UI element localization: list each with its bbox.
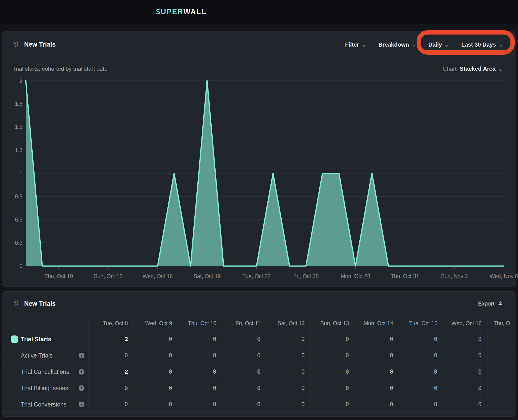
x-axis-tick-label: Wed, Oct 16 <box>143 273 173 279</box>
column-header-label: Sat, Oct 12 <box>278 320 305 327</box>
chart-type-dropdown[interactable]: Chart Stacked Area <box>443 66 503 72</box>
table-value: 0 <box>213 368 216 375</box>
column-header-label: Fri, Oct 11 <box>236 320 260 327</box>
column-header-label: Thu, O <box>494 320 510 327</box>
table-value-cell: 0 <box>311 380 355 396</box>
table-value: 0 <box>434 368 437 375</box>
breakdown-dropdown[interactable]: Breakdown <box>378 41 416 48</box>
stopwatch-icon <box>13 41 19 49</box>
panel-title-text: New Trials <box>24 300 56 308</box>
table-value-cell: 0 <box>89 347 133 364</box>
info-icon[interactable]: i <box>79 352 84 358</box>
table-column-header: Mon, Oct 14 <box>355 316 399 331</box>
table-value-cell: 0 <box>355 347 399 364</box>
table-value: 0 <box>390 401 393 408</box>
table-value-cell: 0 <box>222 396 266 413</box>
table-value: 0 <box>301 401 305 408</box>
stopwatch-icon <box>13 300 19 308</box>
breakdown-dropdown-label: Breakdown <box>378 41 409 48</box>
table-value-cell: 0 <box>266 380 311 396</box>
table-value-cell: 0 <box>443 364 487 380</box>
table-value: 0 <box>301 352 305 359</box>
table-value: 0 <box>346 401 349 408</box>
table-row-label-cell: Trial Cancellationsi <box>2 364 89 380</box>
top-navigation-bar: $UPERWALL <box>0 0 518 24</box>
table-value-cell: 2 <box>89 331 133 347</box>
filter-dropdown[interactable]: Filter <box>345 41 366 48</box>
table-column-header: Sat, Oct 12 <box>266 316 311 331</box>
new-trials-table-panel: New Trials Export Tue, Oct 8Wed, Oct 9Th… <box>2 291 516 417</box>
chart-subheader: Trial starts, cohorted by trial start da… <box>2 58 516 80</box>
table-value: 0 <box>390 352 393 359</box>
table-column-header: Sun, Oct 13 <box>311 316 355 331</box>
controls-divider <box>422 39 422 50</box>
x-axis-tick <box>355 267 355 269</box>
table-value-cell: 0 <box>133 380 178 396</box>
row-label: Trial Starts <box>21 336 51 343</box>
info-icon[interactable]: i <box>79 402 84 407</box>
table-value-cell: 0 <box>178 347 222 364</box>
table-value-cell: 0 <box>133 364 178 380</box>
table-value: 0 <box>125 401 128 408</box>
x-axis-tick <box>157 267 158 269</box>
x-axis-tick-label: Fri, Oct 25 <box>293 273 319 279</box>
granularity-dropdown[interactable]: Daily <box>428 41 449 48</box>
info-icon[interactable]: i <box>79 369 84 375</box>
table-value: 0 <box>213 385 216 391</box>
table-value: 0 <box>125 352 128 359</box>
table-value-cell: 0 <box>443 331 487 347</box>
chart-subtitle: Trial starts, cohorted by trial start da… <box>13 66 108 72</box>
table-value-cell: 0 <box>222 364 266 380</box>
table-column-header: Thu, Oct 10 <box>178 316 222 331</box>
table-value-cell: 0 <box>266 331 311 347</box>
table-value-cell <box>487 380 516 396</box>
x-axis-tick-label: Thu, Oct 31 <box>391 273 419 279</box>
table-value-cell: 0 <box>178 380 222 396</box>
chart-panel-header: New Trials FilterBreakdownDailyLast 30 D… <box>2 31 516 58</box>
table-value: 0 <box>169 385 172 391</box>
info-icon[interactable]: i <box>79 385 84 391</box>
y-axis-tick-label: 2 <box>9 78 22 84</box>
filter-dropdown-label: Filter <box>345 41 359 48</box>
table-value: 0 <box>390 336 393 342</box>
table-column-header: Tue, Oct 8 <box>89 316 133 331</box>
table-value-cell: 0 <box>133 331 178 347</box>
chart-picker-label: Chart <box>443 66 457 72</box>
table-value-cell: 0 <box>399 380 443 396</box>
table-value-cell: 0 <box>311 396 355 413</box>
table-value: 0 <box>169 368 172 375</box>
table-value: 0 <box>346 385 349 391</box>
chart-picker-value: Stacked Area <box>460 66 496 72</box>
table-value-cell: 0 <box>355 396 399 413</box>
table-value: 0 <box>257 401 260 408</box>
x-axis-tick-label: Wed, Nov 6 <box>490 273 518 279</box>
table-value-cell: 0 <box>399 347 443 364</box>
table-value: 0 <box>125 385 128 391</box>
y-axis-tick-label: 1.8 <box>9 101 22 107</box>
table-value: 0 <box>434 336 437 342</box>
x-axis-tick <box>454 267 455 269</box>
table-value-cell: 0 <box>89 380 133 396</box>
table-column-header: Thu, O <box>487 316 516 331</box>
export-button[interactable]: Export <box>478 300 503 307</box>
controls-divider <box>455 39 455 50</box>
chevron-down-icon <box>499 43 503 47</box>
export-label: Export <box>478 300 494 307</box>
date-range-dropdown[interactable]: Last 30 Days <box>461 41 503 48</box>
column-header-label: Wed, Oct 9 <box>145 320 172 327</box>
chevron-down-icon <box>445 43 449 47</box>
table-value-cell: 0 <box>311 331 355 347</box>
table-value: 0 <box>257 368 260 375</box>
table-value-cell: 0 <box>222 347 266 364</box>
x-axis-tick-label: Thu, Oct 10 <box>44 273 73 279</box>
table-value: 0 <box>346 336 349 342</box>
table-value: 0 <box>434 352 437 359</box>
chevron-down-icon <box>412 43 416 47</box>
x-axis-tick <box>58 267 59 269</box>
table-value: 0 <box>169 352 172 359</box>
table-value-cell: 2 <box>89 364 133 380</box>
x-axis-tick <box>306 267 306 269</box>
table-column-header: Wed, Oct 9 <box>133 316 178 331</box>
table-value-cell: 0 <box>399 331 443 347</box>
x-axis-tick <box>405 267 405 269</box>
